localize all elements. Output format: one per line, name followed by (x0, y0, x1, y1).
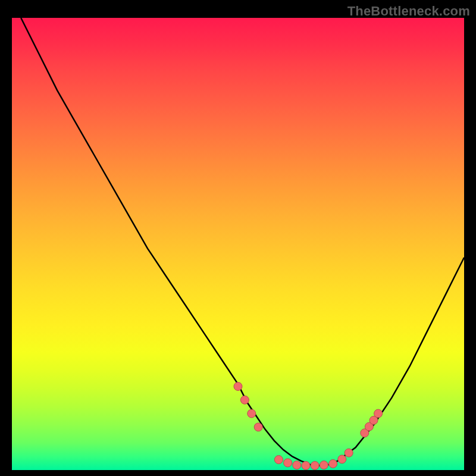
curve-marker (234, 382, 242, 390)
marker-group (234, 382, 383, 469)
curve-marker (329, 459, 337, 468)
curve-marker (254, 423, 262, 431)
curve-marker (345, 449, 353, 457)
curve-marker (240, 396, 249, 404)
curve-marker (374, 409, 383, 418)
curve-marker (284, 459, 292, 467)
chart-frame: TheBottleneck.com (0, 0, 476, 476)
plot-overlay (12, 18, 464, 470)
plot-area (12, 18, 464, 470)
curve-marker (320, 461, 328, 469)
curve-marker (302, 461, 310, 469)
curve-marker (274, 456, 283, 464)
curve-marker (248, 409, 256, 418)
curve-marker (293, 461, 301, 469)
curve-marker (311, 461, 319, 469)
watermark-text: TheBottleneck.com (347, 4, 470, 19)
curve-marker (338, 455, 346, 464)
